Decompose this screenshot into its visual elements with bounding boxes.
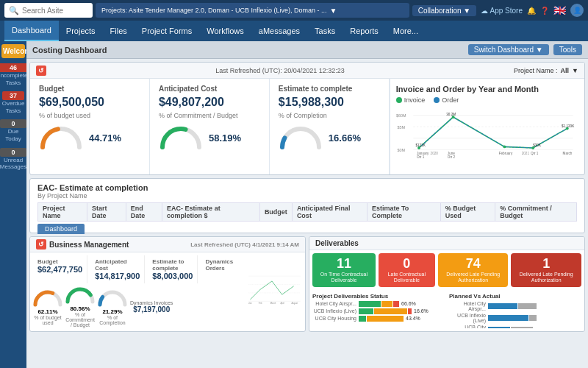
deliverables-status-title: Project Deliverables Status bbox=[312, 293, 445, 300]
tab-bar: Dashboard bbox=[37, 224, 577, 234]
nav-tasks[interactable]: Tasks bbox=[307, 21, 343, 41]
planned-bar-2: UCB Inflexio (Live) bbox=[449, 313, 581, 323]
bm-mini-chart: Jan Feb March April August bbox=[242, 255, 302, 328]
svg-text:August: August bbox=[291, 302, 298, 305]
switch-dashboard-button[interactable]: Switch Dashboard ▼ bbox=[468, 44, 549, 55]
overdue-tasks-widget: 37 OverdueTasks bbox=[2, 91, 25, 114]
svg-text:Feb: Feb bbox=[259, 302, 262, 305]
deliverables-bar-2: UCB Inflexio (Live) 16.6% bbox=[312, 308, 445, 314]
kpi-chart-row: Budget $69,500,050 % of budget used 44.7… bbox=[30, 79, 584, 174]
bm-dynamics-orders: Dynamics Orders bbox=[201, 255, 239, 283]
svg-text:Qtr 1: Qtr 1 bbox=[531, 152, 539, 155]
svg-point-22 bbox=[503, 145, 506, 148]
kpi-budget-subtitle: % of budget used bbox=[39, 112, 140, 119]
deliverables-title: Deliverables bbox=[315, 239, 359, 247]
col-commitment: % Commitment / Budget bbox=[495, 203, 577, 222]
business-management-title: Business Management bbox=[49, 241, 129, 249]
kpi-estimate-gauge: 16.66% bbox=[279, 125, 380, 151]
svg-text:Qtr 1: Qtr 1 bbox=[417, 155, 425, 158]
due-today-widget: 0 Due Today bbox=[0, 118, 26, 142]
user-avatar[interactable]: 👤 bbox=[570, 4, 584, 17]
deliverable-late-pending: 1 Delivered Late Pending Authorization bbox=[511, 253, 581, 287]
kpi-anticipated-subtitle: % of Commitment / Budget bbox=[159, 112, 260, 119]
bm-chart-svg: Jan Feb March April August bbox=[242, 255, 302, 325]
header-buttons: Switch Dashboard ▼ Tools bbox=[468, 44, 582, 55]
app-store-link[interactable]: ☁ App Store bbox=[481, 7, 523, 15]
legend-order-label: Order bbox=[442, 96, 459, 104]
bm-panel-icon: ↺ bbox=[36, 239, 46, 250]
col-budget-used: % Budget Used bbox=[440, 203, 495, 222]
bm-dynamics-invoices-value: $7,197,000 bbox=[130, 305, 173, 314]
incomplete-tasks-count: 46 bbox=[0, 63, 28, 72]
col-end-date: End Date bbox=[126, 203, 162, 222]
chart-legend: Invoice Order bbox=[396, 96, 578, 104]
kpi-budget-title: Budget bbox=[39, 85, 140, 93]
tab-dashboard[interactable]: Dashboard bbox=[37, 224, 85, 234]
business-management-panel: ↺ Business Management Last Refreshed (UT… bbox=[29, 236, 306, 332]
project-filter[interactable]: Project Name : All ▼ bbox=[514, 67, 578, 74]
help-icon[interactable]: ❓ bbox=[540, 7, 549, 15]
collaboration-button[interactable]: Collaboration ▼ bbox=[412, 5, 477, 16]
invoice-order-chart: Invoice and Order by Year and Month Invo… bbox=[390, 79, 584, 174]
bottom-panels-row: ↺ Business Management Last Refreshed (UT… bbox=[29, 236, 585, 332]
due-today-label: Due Today bbox=[0, 128, 26, 142]
notification-icon[interactable]: 🔔 bbox=[527, 7, 536, 15]
line-chart-svg: $60M $5M $0M January Qtr 1 June Qtr 2 bbox=[396, 107, 578, 158]
costing-panel: ↺ Last Refreshed (UTC): 20/04/2021 12:32… bbox=[29, 62, 585, 175]
svg-point-21 bbox=[451, 116, 454, 118]
legend-order-dot bbox=[434, 97, 440, 103]
col-budget: Budget bbox=[259, 203, 292, 222]
eac-title: EAC- Estimate at completion bbox=[37, 183, 577, 192]
svg-text:$121K: $121K bbox=[415, 144, 426, 147]
nav-more[interactable]: More... bbox=[386, 21, 426, 41]
kpi-budget-gauge-value: 44.71% bbox=[89, 132, 121, 144]
gauge-svg-anticipated bbox=[159, 125, 203, 151]
panel-icon: ↺ bbox=[36, 66, 46, 76]
search-input[interactable] bbox=[22, 7, 88, 15]
kpi-budget-gauge: 44.71% bbox=[39, 125, 140, 151]
overdue-tasks-count: 37 bbox=[2, 91, 25, 100]
deliverables-badges: 11 On Time Contractual Deliverable 0 Lat… bbox=[312, 253, 581, 287]
nav-project-forms[interactable]: Project Forms bbox=[135, 21, 199, 41]
nav-dashboard[interactable]: Dashboard bbox=[4, 21, 59, 41]
deliverables-panel: Deliverables 11 On Time Contractual Deli… bbox=[309, 236, 585, 332]
breadcrumb: Projects: Asite Tender Manager 2.0, Doma… bbox=[96, 3, 409, 18]
svg-text:2020: 2020 bbox=[430, 152, 438, 155]
nav-reports[interactable]: Reports bbox=[343, 21, 386, 41]
search-box[interactable]: 🔍 bbox=[4, 3, 93, 18]
business-management-header: ↺ Business Management Last Refreshed (UT… bbox=[30, 237, 305, 252]
legend-order: Order bbox=[434, 96, 459, 104]
nav-amessages[interactable]: aMessages bbox=[251, 21, 307, 41]
breadcrumb-chevron: ▼ bbox=[329, 7, 337, 15]
svg-text:March: March bbox=[562, 152, 572, 155]
bm-gauge-svg-1 bbox=[33, 289, 62, 307]
col-project-name: Project Name bbox=[38, 203, 87, 222]
project-dropdown-icon[interactable]: ▼ bbox=[572, 67, 578, 74]
bm-kpi-section: Budget $62,477,750 Anticipated Cost $14,… bbox=[33, 255, 239, 328]
bm-kpi-estimate: Estimate to complete $8,003,000 bbox=[148, 255, 198, 283]
bm-gauge-3: 21.29% % of Completion bbox=[98, 289, 127, 325]
welcome-button[interactable]: Welcome bbox=[1, 44, 25, 58]
nav-files[interactable]: Files bbox=[103, 21, 135, 41]
col-estimate-to-complete: Estimate To Complete bbox=[367, 203, 440, 222]
bm-gauge-1: 62.11% % of budget used bbox=[33, 289, 62, 325]
eac-subtitle: By Project Name bbox=[37, 192, 577, 199]
kpi-anticipated: Anticipated Cost $49,807,200 % of Commit… bbox=[150, 79, 270, 174]
nav-projects[interactable]: Projects bbox=[59, 21, 103, 41]
nav-workflows[interactable]: Workflows bbox=[199, 21, 251, 41]
chart-title: Invoice and Order by Year and Month bbox=[396, 85, 578, 93]
legend-invoice-dot bbox=[396, 97, 402, 103]
deliverable-late-contractual: 0 Late Contractual Deliverable bbox=[379, 253, 435, 287]
deliverables-bars: Hotel City Airspr... 66.6% bbox=[312, 301, 445, 322]
bm-kpi-budget: Budget $62,477,750 bbox=[33, 255, 87, 283]
deliverables-bar-3: UCB City Housing 43.4% bbox=[312, 316, 445, 322]
svg-text:2021: 2021 bbox=[521, 152, 529, 155]
due-today-count: 0 bbox=[0, 119, 26, 128]
svg-text:Qtr 2: Qtr 2 bbox=[448, 155, 456, 158]
svg-text:$5M: $5M bbox=[397, 125, 405, 130]
kpi-budget: Budget $69,500,050 % of budget used 44.7… bbox=[30, 79, 150, 174]
tools-button[interactable]: Tools bbox=[553, 44, 582, 55]
svg-text:30.2M: 30.2M bbox=[446, 113, 456, 116]
kpi-estimate-title: Estimate to complete bbox=[279, 85, 380, 93]
planned-bar-1: Hotel City Airspr... bbox=[449, 301, 581, 311]
